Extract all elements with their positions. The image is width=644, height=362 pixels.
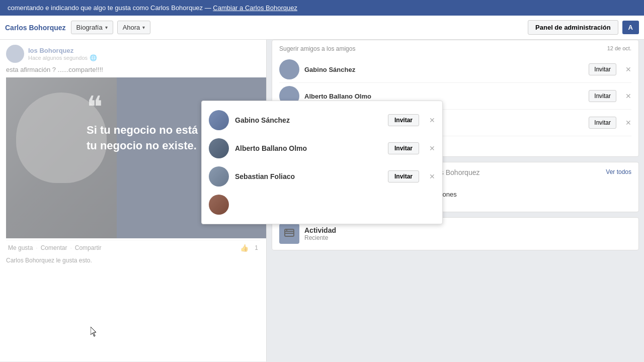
gabino-invite-btn[interactable]: Invitar <box>388 114 419 126</box>
friend-invite-alberto[interactable]: Invitar <box>589 90 616 102</box>
sebastian-name: Sebastian Foliaco <box>235 172 382 180</box>
modal-friend-row-1: Gabino Sánchez Invitar ✕ <box>202 106 442 134</box>
suggest-text: Sugerir amigos a los amigos <box>279 45 355 52</box>
alberto-invite-btn[interactable]: Invitar <box>388 142 419 154</box>
notification-bar: comentando e indicando que algo te gusta… <box>0 0 644 16</box>
notification-text: comentando e indicando que algo te gusta… <box>8 4 211 12</box>
friend-close-sebastian[interactable]: ✕ <box>625 119 631 127</box>
a-button[interactable]: A <box>622 21 639 34</box>
activity-icon <box>279 224 299 244</box>
friend-name-alberto: Alberto Ballano Olmo <box>304 93 584 100</box>
sebastian-close-icon[interactable]: ✕ <box>429 172 435 180</box>
modal-friend-row-2: Alberto Ballano Olmo Invitar ✕ <box>202 134 442 162</box>
friend-invite-gabino[interactable]: Invitar <box>589 63 616 75</box>
sebastian-invite-btn[interactable]: Invitar <box>388 170 419 183</box>
see-all-link[interactable]: Ver todos <box>606 168 631 175</box>
friend-avatar-gabino <box>279 59 299 79</box>
friend-invite-sebastian[interactable]: Invitar <box>589 117 616 129</box>
biografia-label: Biografía <box>76 24 103 31</box>
sebastian-avatar <box>209 166 229 187</box>
friend-close-alberto[interactable]: ✕ <box>625 92 631 100</box>
nav-bar: Carlos Bohorquez Biografía ▾ Ahora ▾ Pan… <box>0 16 644 40</box>
ahora-dropdown[interactable]: Ahora ▾ <box>117 21 151 34</box>
activity-subtitle: Reciente <box>304 234 631 241</box>
biografia-chevron-icon: ▾ <box>105 25 108 30</box>
suggest-date: 12 de oct. <box>607 45 631 51</box>
modal-friend-row-3: Sebastian Foliaco Invitar ✕ <box>202 162 442 191</box>
biografia-dropdown[interactable]: Biografía ▾ <box>71 21 113 34</box>
modal-friend-row-4 <box>202 191 442 219</box>
friend-row-1: Gabino Sánchez Invitar ✕ <box>279 56 631 83</box>
unknown-avatar <box>209 195 229 215</box>
main-layout: los Bohorquez Hace algunos segundos 🌐 es… <box>0 40 644 361</box>
modal-box: Gabino Sánchez Invitar ✕ Alberto Ballano… <box>201 101 443 224</box>
nav-profile-name[interactable]: Carlos Bohorquez <box>5 24 66 32</box>
gabino-close-icon[interactable]: ✕ <box>429 116 435 124</box>
activity-text: Actividad Reciente <box>304 226 631 241</box>
alberto-avatar <box>209 138 229 158</box>
ahora-label: Ahora <box>123 24 140 31</box>
activity-title: Actividad <box>304 226 631 234</box>
gabino-name: Gabino Sánchez <box>235 116 382 124</box>
gabino-avatar <box>209 110 229 130</box>
admin-button[interactable]: Panel de administración <box>528 20 618 35</box>
suggest-header: Sugerir amigos a los amigos 12 de oct. <box>279 45 631 52</box>
friend-name-gabino: Gabino Sánchez <box>304 66 584 73</box>
alberto-close-icon[interactable]: ✕ <box>429 144 435 152</box>
friend-close-gabino[interactable]: ✕ <box>625 65 631 73</box>
alberto-name: Alberto Ballano Olmo <box>235 144 382 152</box>
ahora-chevron-icon: ▾ <box>142 25 145 30</box>
change-profile-link[interactable]: Cambiar a Carlos Bohorquez <box>213 4 297 12</box>
